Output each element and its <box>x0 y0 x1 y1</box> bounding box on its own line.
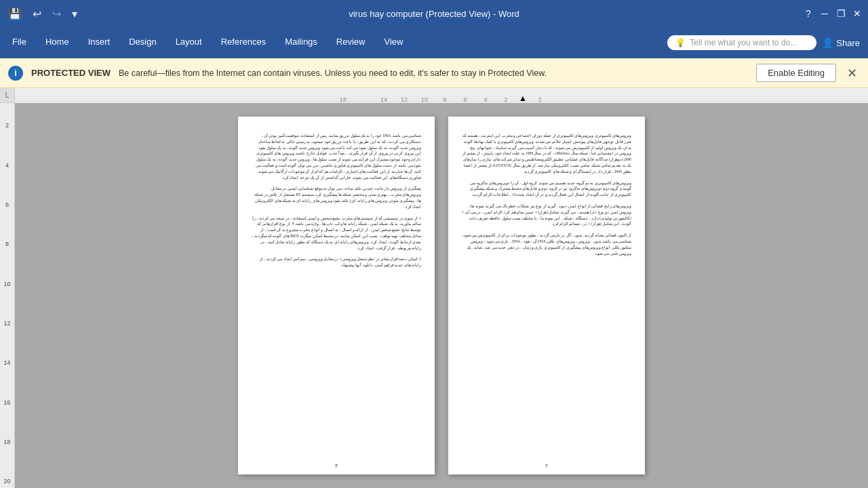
page-left-content: شناسی می باشد. DNA خود را به یک سلول تزر… <box>252 133 421 268</box>
horizontal-ruler: L 18 14 12 10 8 6 4 2 ▲ 2 <box>0 88 868 103</box>
tab-design[interactable]: Design <box>119 27 165 58</box>
save-icon[interactable]: 💾 <box>5 6 24 22</box>
page-section: ویروس‌های کامپیوتری ویروس‌های کامپیوتری … <box>462 133 631 175</box>
document-area[interactable]: شناسی می باشد. DNA خود را به یک سلول تزر… <box>15 103 868 488</box>
tab-review[interactable]: Review <box>327 27 375 58</box>
page-right: ویروس‌های کامپیوتری ویروس‌های کامپیوتری … <box>448 117 645 474</box>
protected-view-icon: i <box>8 66 23 81</box>
title-bar: 💾 ↩ ↪ ▾ virus hay computer (Protected Vi… <box>0 0 868 27</box>
page-section: 3. اسکن «ضدافزار مقابر در نظر منتقل ویرو… <box>252 256 421 268</box>
redo-button[interactable]: ↪ <box>50 6 64 22</box>
page-left: شناسی می باشد. DNA خود را به یک سلول تزر… <box>238 117 435 474</box>
page-number-right: ٢ <box>448 463 645 469</box>
share-button[interactable]: 👤 Share <box>822 37 860 48</box>
page-section: ویروس‌های رایج قضائی از انواع ایمن «نبود… <box>462 203 631 227</box>
ruler-tick: 14 <box>374 96 394 103</box>
restore-button[interactable]: ❐ <box>835 8 846 19</box>
help-button[interactable]: ? <box>803 8 814 19</box>
title-bar-left: 💾 ↩ ↪ ▾ <box>5 6 80 22</box>
share-label: Share <box>836 38 860 48</box>
undo-button[interactable]: ↩ <box>30 6 44 22</box>
ruler-arrow-up: ▲ <box>516 94 530 103</box>
share-icon: 👤 <box>822 37 833 48</box>
tab-insert[interactable]: Insert <box>79 27 120 58</box>
ruler-tick: 6 <box>455 96 475 103</box>
tab-mailings[interactable]: Mailings <box>275 27 327 58</box>
protected-view-bar: i PROTECTED VIEW Be careful—files from t… <box>0 58 868 88</box>
tab-home[interactable]: Home <box>36 27 79 58</box>
ruler-main: 18 14 12 10 8 6 4 2 ▲ 2 <box>15 88 868 103</box>
page-section: پشگیری از ویروس با رعایت چندین نکته ساده… <box>252 186 421 209</box>
page-section: شناسی می باشد. DNA خود را به یک سلول تزر… <box>252 133 421 180</box>
protected-view-message: Be careful—files from the Internet can c… <box>119 68 748 78</box>
enable-editing-button[interactable]: Enable Editing <box>756 64 836 82</box>
ruler-tick: 18 <box>333 96 353 103</box>
vertical-ruler: 2 4 6 8 10 12 14 16 18 20 <box>0 103 15 488</box>
ribbon: File Home Insert Design Layout Reference… <box>0 27 868 58</box>
page-section: از اکنون قضائی نشانه گردید. بدون . اگر د… <box>462 232 631 256</box>
ribbon-right: 💡 Tell me what you want to do... 👤 Share <box>667 27 865 58</box>
title-bar-controls: ? ─ ❐ ✕ <box>803 8 863 19</box>
main-area: 2 4 6 8 10 12 14 16 18 20 شناسی می باشد <box>0 103 868 488</box>
close-button[interactable]: ✕ <box>852 8 863 19</box>
protected-bar-close[interactable]: ✕ <box>844 66 860 81</box>
page-number-left: ٣ <box>238 463 435 469</box>
ruler-tick: 2 <box>496 96 516 103</box>
window-title: virus hay computer (Protected View) - Wo… <box>349 9 519 19</box>
ruler-corner[interactable]: L <box>0 88 15 103</box>
tab-references[interactable]: References <box>212 27 275 58</box>
ruler-tick: 10 <box>414 96 435 103</box>
minimize-button[interactable]: ─ <box>819 8 830 19</box>
page-section: ویروس‌های کامپیوتری به دو گروه جدید تقسی… <box>462 180 631 198</box>
page-section: 1. از سوی در سیستمی که از سیستم های مخرب… <box>252 216 421 251</box>
tab-layout[interactable]: Layout <box>166 27 212 58</box>
tab-file[interactable]: File <box>3 27 36 58</box>
ruler-tick: 8 <box>435 96 455 103</box>
tell-me-placeholder: Tell me what you want to do... <box>690 38 797 47</box>
tell-me-input[interactable]: 💡 Tell me what you want to do... <box>667 35 816 50</box>
ruler-tick: 2 <box>530 96 550 103</box>
ruler-tick: 4 <box>475 96 496 103</box>
lightbulb-icon: 💡 <box>675 38 686 47</box>
quick-access-dropdown[interactable]: ▾ <box>69 6 80 22</box>
protected-view-label: PROTECTED VIEW <box>31 68 111 78</box>
tab-view[interactable]: View <box>374 27 412 58</box>
ruler-tick: 12 <box>394 96 414 103</box>
page-right-content: ویروس‌های کامپیوتری ویروس‌های کامپیوتری … <box>462 133 631 256</box>
